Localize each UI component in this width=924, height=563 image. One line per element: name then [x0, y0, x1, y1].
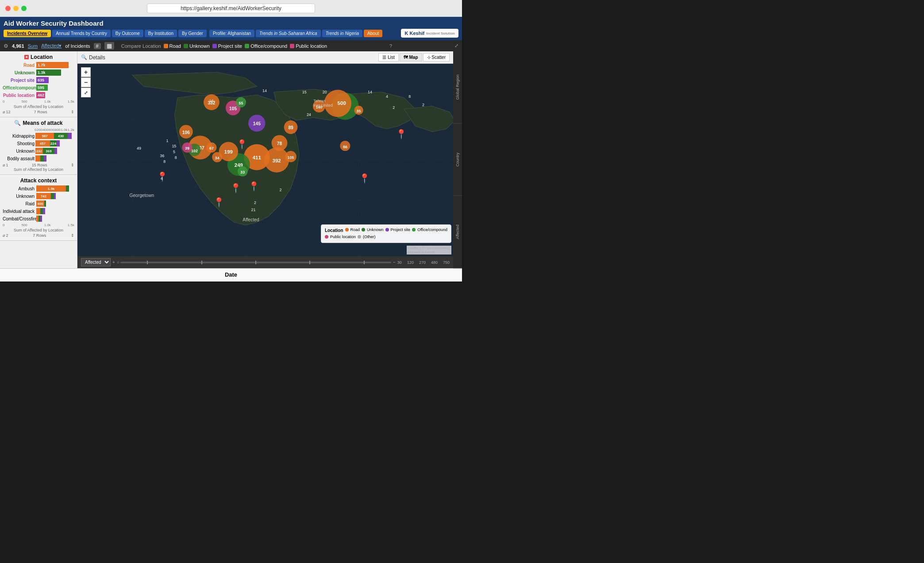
context-row-individual[interactable]: Individual attack	[3, 208, 74, 214]
ambush-label: Ambush	[3, 186, 35, 191]
close-button[interactable]	[5, 6, 11, 11]
context-sort[interactable]: ⇕	[71, 233, 74, 238]
context-unknown-bars: 742	[36, 193, 74, 199]
chart-svg: 400 200 0 98 108	[15, 280, 459, 282]
context-row-raid[interactable]: Raid 400	[3, 201, 74, 207]
means-title: 🔍 Means of attack	[3, 120, 74, 126]
zoom-out-button[interactable]: −	[81, 77, 91, 87]
country-label[interactable]: Country	[453, 123, 462, 196]
indiv-seg2	[40, 208, 43, 214]
tab-incidents-overview[interactable]: Incidents Overview	[4, 30, 51, 37]
tab-by-gender[interactable]: By Gender	[178, 30, 207, 37]
location-row-road[interactable]: Road 1.7k	[3, 62, 74, 68]
location-sort[interactable]: ⇕	[71, 110, 74, 114]
svg-text:8: 8	[408, 94, 411, 99]
raid-seg2	[44, 201, 46, 207]
gear-icon[interactable]: ⚙	[4, 43, 8, 49]
tab-trends-nigeria[interactable]: Trends in Nigeria	[322, 30, 362, 37]
means-row-kidnapping[interactable]: Kidnapping 587 430	[3, 133, 74, 139]
tab-about[interactable]: About	[364, 30, 382, 37]
ctx-unknown-seg1: 742	[36, 193, 51, 199]
road-bar-container: 1.7k	[36, 62, 74, 68]
metric-link[interactable]: Sum	[28, 43, 38, 49]
of-label: of Incidents	[65, 43, 90, 49]
map-container[interactable]: 411 392 500 307 249 199 145	[77, 64, 453, 256]
unknown-seg1: 232	[35, 148, 43, 154]
slider-plus[interactable]: +	[112, 260, 115, 265]
location-avg: ⌀ 12	[3, 110, 11, 114]
legend-road[interactable]: Road	[164, 43, 181, 49]
ctx-unknown-seg2	[51, 193, 54, 199]
svg-text:39: 39	[185, 146, 189, 150]
tab-by-institution[interactable]: By Institution	[145, 30, 177, 37]
scatter-view-btn[interactable]: ⊹ Scatter	[423, 53, 450, 62]
list-view-btn[interactable]: ☰ List	[378, 53, 398, 62]
svg-text:145: 145	[253, 121, 261, 126]
metric-select[interactable]: Affected	[81, 258, 111, 266]
svg-text:105: 105	[229, 106, 237, 111]
map-legend: Location Road Unknown Project site Offic…	[321, 224, 451, 243]
tab-annual-trends[interactable]: Annual Trends by Country	[52, 30, 111, 37]
location-row-office[interactable]: Office/compound 595	[3, 85, 74, 91]
svg-text:20: 20	[323, 90, 327, 94]
slider-minus[interactable]: −	[393, 260, 396, 265]
context-row-unknown[interactable]: Unknown 742	[3, 193, 74, 199]
means-sort[interactable]: ⇕	[71, 163, 74, 167]
means-row-bodily[interactable]: Bodily assault	[3, 155, 74, 162]
unknown-bar: 1.3k	[36, 69, 61, 76]
legend-public[interactable]: Public location	[290, 43, 327, 49]
office-label: Office/compound	[3, 85, 35, 90]
means-axis-title: Sum of Affected by Location	[3, 167, 74, 172]
svg-text:24: 24	[307, 112, 311, 117]
minimize-button[interactable]	[13, 6, 19, 11]
legend-office[interactable]: Office/compound	[245, 43, 287, 49]
context-unknown-label: Unknown	[3, 194, 35, 199]
legend-unknown[interactable]: Unknown	[184, 43, 210, 49]
svg-text:411: 411	[253, 155, 262, 160]
tab-trends-subsaharan[interactable]: Trends in Sub-Saharan Africa	[256, 30, 321, 37]
legend-other-item: (Other)	[358, 235, 376, 239]
zoom-in-button[interactable]: +	[81, 67, 91, 77]
location-row-project[interactable]: Project site 635	[3, 77, 74, 83]
context-rows-info: ⌀ 2 7 Rows ⇕	[3, 233, 74, 238]
means-row-unknown[interactable]: Unknown 232 369	[3, 148, 74, 154]
left-panel: ■ Location Road 1.7k Unknown 1.3k Projec…	[0, 51, 77, 268]
url-bar[interactable]: https://gallery.keshif.me/AidWorkerSecur…	[147, 4, 315, 13]
svg-text:67: 67	[209, 146, 214, 150]
context-avg: ⌀ 2	[3, 233, 8, 238]
fit-map-button[interactable]: ⤢	[81, 88, 91, 97]
hash-button[interactable]: #	[94, 43, 101, 49]
global-region-label[interactable]: Global Region	[453, 51, 462, 123]
map-search-icon[interactable]: 🔍	[81, 54, 87, 60]
context-row-combat[interactable]: Combat/Crossfire	[3, 216, 74, 222]
ambush-seg2	[66, 185, 69, 192]
help-icon[interactable]: ?	[389, 43, 392, 49]
svg-text:199: 199	[224, 149, 233, 154]
tab-profile-afghanistan[interactable]: Profile: Afghanistan	[209, 30, 254, 37]
keshif-logo: K Keshif Incident Solution	[401, 29, 458, 38]
svg-text:89: 89	[288, 125, 293, 130]
filterbar: ⚙ 4,961 Sum Affected▾ of Incidents # ▦ C…	[0, 40, 462, 51]
legend-project-item: Project site	[385, 228, 411, 232]
location-row-unknown[interactable]: Unknown 1.3k	[3, 69, 74, 76]
maximize-button[interactable]	[21, 6, 27, 11]
legend-project[interactable]: Project site	[212, 43, 242, 49]
means-search-icon[interactable]: 🔍	[14, 120, 21, 126]
means-row-shooting[interactable]: Shooting 457 224	[3, 140, 74, 147]
context-row-ambush[interactable]: Ambush 1.5k	[3, 185, 74, 192]
affected-label[interactable]: Affected	[453, 196, 462, 268]
bodily-seg3	[44, 155, 46, 162]
dimension-link[interactable]: Affected▾	[41, 43, 62, 49]
means-axis: 02004006008001.0k1.2k	[3, 128, 74, 132]
tab-by-outcome[interactable]: By Outcome	[112, 30, 143, 37]
map-view-btn[interactable]: 🗺 Map	[400, 53, 422, 62]
location-row-public[interactable]: Public location 462	[3, 92, 74, 98]
svg-text:21: 21	[251, 208, 256, 212]
grid-button[interactable]: ▦	[104, 42, 114, 50]
expand-icon[interactable]: ⤢	[454, 43, 458, 49]
slider-track[interactable]	[120, 262, 391, 263]
ambush-bars: 1.5k	[36, 185, 74, 192]
date-chart: Date Sum of Affected 400 200 0	[0, 268, 462, 282]
office-bar-container: 595	[36, 85, 74, 91]
kidnapping-bars: 587 430	[35, 133, 74, 139]
